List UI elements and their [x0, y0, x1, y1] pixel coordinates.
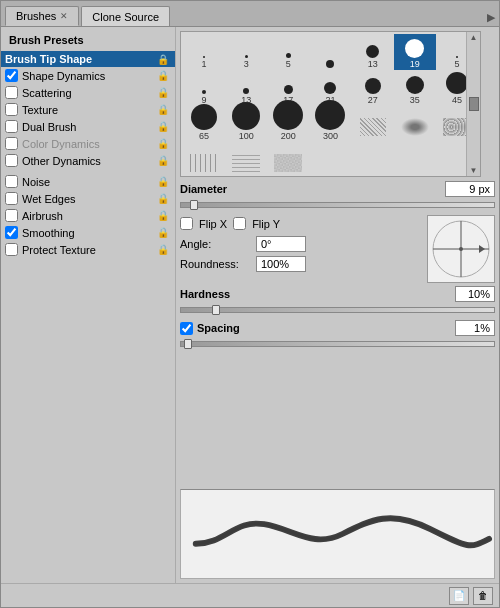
brush-dot — [315, 100, 345, 130]
angle-input[interactable] — [256, 236, 306, 252]
brush-cell-27[interactable]: 27 — [352, 70, 394, 106]
checkbox-wet-edges[interactable] — [5, 192, 18, 205]
hardness-value[interactable]: 10% — [455, 286, 495, 302]
brush-cell-tex4[interactable] — [183, 142, 225, 174]
tab-clone-source-label: Clone Source — [92, 11, 159, 23]
sidebar-item-label-smoothing: Smoothing — [22, 227, 157, 239]
brush-cell-200[interactable]: 200 — [267, 106, 309, 142]
tab-brushes[interactable]: Brushes ✕ — [5, 6, 79, 26]
flip-x-checkbox[interactable] — [180, 217, 193, 230]
sidebar-item-protect-texture[interactable]: Protect Texture 🔒 — [1, 241, 175, 258]
brush-cell-35[interactable]: 35 — [394, 70, 436, 106]
spacing-slider-thumb[interactable] — [184, 339, 192, 349]
brush-texture — [360, 118, 386, 136]
tab-brushes-close[interactable]: ✕ — [60, 11, 68, 21]
checkbox-noise[interactable] — [5, 175, 18, 188]
diameter-value[interactable]: 9 px — [445, 181, 495, 197]
checkbox-texture[interactable] — [5, 103, 18, 116]
roundness-row: Roundness: — [180, 256, 423, 272]
brush-texture5 — [232, 154, 260, 172]
svg-marker-3 — [479, 245, 485, 253]
sidebar-item-wet-edges[interactable]: Wet Edges 🔒 — [1, 190, 175, 207]
brush-cell-65[interactable]: 65 — [183, 106, 225, 142]
sidebar-item-color-dynamics[interactable]: Color Dynamics 🔒 — [1, 135, 175, 152]
brush-cell-300[interactable]: 300 — [309, 106, 351, 142]
tab-bar: Brushes ✕ Clone Source ▶ — [1, 1, 499, 27]
new-brush-button[interactable]: 📄 — [449, 587, 469, 605]
spacing-row: Spacing 1% — [180, 320, 495, 336]
panel-menu-arrow[interactable]: ▶ — [487, 11, 495, 26]
sidebar-item-noise[interactable]: Noise 🔒 — [1, 173, 175, 190]
compass-container[interactable] — [427, 215, 495, 283]
checkbox-smoothing[interactable] — [5, 226, 18, 239]
brush-cell-3[interactable]: 3 — [225, 34, 267, 70]
sidebar-item-label-dual-brush: Dual Brush — [22, 121, 157, 133]
preview-area — [180, 489, 495, 579]
new-brush-icon: 📄 — [453, 590, 465, 601]
lock-icon-scattering: 🔒 — [157, 87, 169, 98]
sidebar-item-brush-tip-shape[interactable]: Brush Tip Shape 🔒 — [1, 51, 175, 67]
sidebar-item-texture[interactable]: Texture 🔒 — [1, 101, 175, 118]
brushes-panel: Brushes ✕ Clone Source ▶ Brush Presets B… — [0, 0, 500, 608]
checkbox-protect-texture[interactable] — [5, 243, 18, 256]
checkbox-color-dynamics[interactable] — [5, 137, 18, 150]
sidebar-item-scattering[interactable]: Scattering 🔒 — [1, 84, 175, 101]
brush-scrollbar[interactable]: ▲ ▼ — [466, 32, 480, 176]
spacing-checkbox[interactable] — [180, 322, 193, 335]
sidebar-item-dual-brush[interactable]: Dual Brush 🔒 — [1, 118, 175, 135]
sidebar-item-label-other-dynamics: Other Dynamics — [22, 155, 157, 167]
controls: Diameter 9 px Flip X — [180, 181, 495, 485]
sidebar-title: Brush Presets — [1, 31, 175, 51]
lock-icon-texture: 🔒 — [157, 104, 169, 115]
checkbox-airbrush[interactable] — [5, 209, 18, 222]
hardness-slider-thumb[interactable] — [212, 305, 220, 315]
scroll-thumb[interactable] — [469, 97, 479, 111]
sidebar-item-label-shape-dynamics: Shape Dynamics — [22, 70, 157, 82]
lock-icon-wet-edges: 🔒 — [157, 193, 169, 204]
brush-dot — [446, 72, 468, 94]
flip-y-checkbox[interactable] — [233, 217, 246, 230]
brush-cell-tex6[interactable] — [267, 142, 309, 174]
brush-texture4 — [190, 154, 218, 172]
brush-cell-tex5[interactable] — [225, 142, 267, 174]
scroll-up-arrow[interactable]: ▲ — [469, 32, 479, 43]
brush-cell-13b[interactable]: 13 — [225, 70, 267, 106]
spacing-label: Spacing — [197, 322, 240, 334]
checkbox-other-dynamics[interactable] — [5, 154, 18, 167]
brush-dot — [324, 82, 336, 94]
brush-cell-13[interactable]: 13 — [352, 34, 394, 70]
diameter-slider-thumb[interactable] — [190, 200, 198, 210]
spacing-slider-container — [180, 340, 495, 350]
checkbox-shape-dynamics[interactable] — [5, 69, 18, 82]
sidebar-item-smoothing[interactable]: Smoothing 🔒 — [1, 224, 175, 241]
spacing-slider-track[interactable] — [180, 341, 495, 347]
diameter-slider-track[interactable] — [180, 202, 495, 208]
brush-cell-tex2[interactable] — [394, 106, 436, 138]
sidebar-item-shape-dynamics[interactable]: Shape Dynamics 🔒 — [1, 67, 175, 84]
roundness-input[interactable] — [256, 256, 306, 272]
lock-icon-brush-tip: 🔒 — [157, 54, 169, 65]
sidebar-item-airbrush[interactable]: Airbrush 🔒 — [1, 207, 175, 224]
roundness-label: Roundness: — [180, 258, 252, 270]
scroll-down-arrow[interactable]: ▼ — [469, 165, 479, 176]
brush-dot — [232, 102, 260, 130]
brush-cell-100[interactable]: 100 — [225, 106, 267, 142]
brush-dot — [203, 56, 205, 58]
brush-dot — [243, 88, 249, 94]
brush-cell-19[interactable]: 19 — [394, 34, 436, 70]
brush-cell-9[interactable]: 9 — [183, 70, 225, 106]
sidebar-item-other-dynamics[interactable]: Other Dynamics 🔒 — [1, 152, 175, 169]
brush-cell-1[interactable]: 1 — [183, 34, 225, 70]
angle-row: Angle: — [180, 236, 423, 252]
brush-cell-5[interactable]: 5 — [267, 34, 309, 70]
delete-brush-button[interactable]: 🗑 — [473, 587, 493, 605]
brush-cell-dot[interactable] — [309, 34, 351, 70]
checkbox-dual-brush[interactable] — [5, 120, 18, 133]
diameter-label: Diameter — [180, 183, 250, 195]
checkbox-scattering[interactable] — [5, 86, 18, 99]
brush-cell-tex1[interactable] — [352, 106, 394, 138]
hardness-slider-track[interactable] — [180, 307, 495, 313]
lock-icon-noise: 🔒 — [157, 176, 169, 187]
spacing-value[interactable]: 1% — [455, 320, 495, 336]
tab-clone-source[interactable]: Clone Source — [81, 6, 170, 26]
